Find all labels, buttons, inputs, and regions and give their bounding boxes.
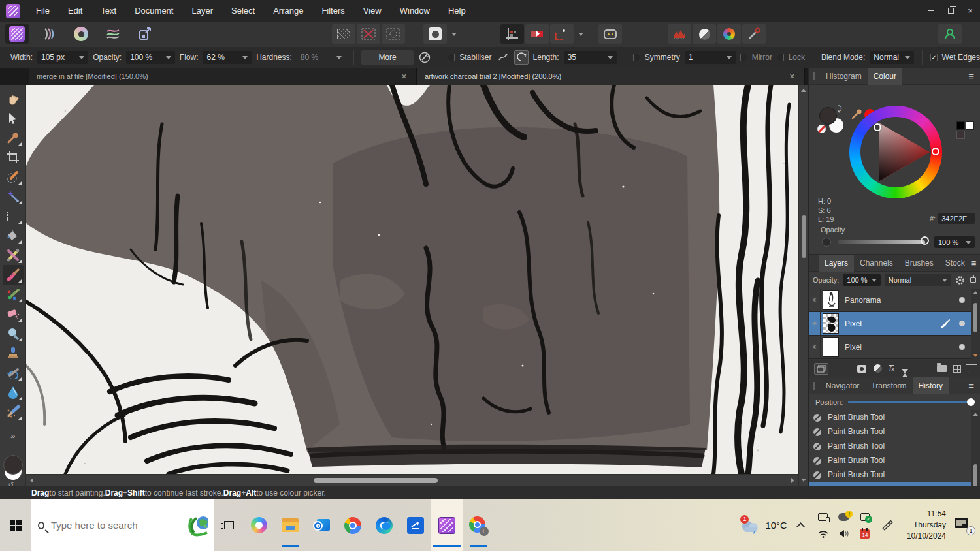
auto-contrast-button[interactable]: [693, 24, 716, 44]
more-button[interactable]: More: [361, 50, 413, 65]
account-button[interactable]: [938, 24, 962, 44]
insertion-target-button[interactable]: [525, 24, 549, 44]
invert-selection-button[interactable]: [382, 24, 405, 44]
undo-brush-tool[interactable]: [3, 363, 24, 383]
crop-tool[interactable]: [3, 148, 24, 167]
colour-opacity-knob[interactable]: [921, 236, 929, 245]
wet-edges-checkbox[interactable]: ✓: [930, 54, 938, 61]
hex-input[interactable]: 342E2E: [938, 213, 975, 224]
blur-brush-tool[interactable]: [3, 383, 24, 402]
black-swatch[interactable]: [956, 121, 965, 130]
deselect-button[interactable]: [357, 24, 380, 44]
horizontal-scrollbar[interactable]: [26, 474, 798, 486]
scroll-up-arrow-icon[interactable]: [801, 89, 806, 92]
layer-row-panorama[interactable]: ✳ Panorama: [809, 289, 972, 312]
menu-layer[interactable]: Layer: [182, 0, 222, 22]
quick-mask-button[interactable]: [423, 24, 447, 44]
adjustment-layer-button[interactable]: [874, 364, 882, 373]
menu-help[interactable]: Help: [439, 0, 475, 22]
move-tool[interactable]: [3, 108, 24, 128]
weather-icon[interactable]: 1: [739, 517, 761, 534]
taskbar-clock[interactable]: 11:54 Thursday 10/10/2024: [907, 509, 946, 542]
tone-mapping-persona-button[interactable]: [101, 24, 125, 44]
group-layers-button[interactable]: [937, 365, 947, 372]
menu-select[interactable]: Select: [222, 0, 264, 22]
history-position-slider[interactable]: [848, 401, 973, 403]
toolbox-colour-well[interactable]: ↺: [2, 455, 24, 481]
tab-transform[interactable]: Transform: [865, 377, 912, 394]
erase-brush-tool[interactable]: [3, 304, 24, 324]
menu-edit[interactable]: Edit: [59, 0, 91, 22]
foreground-colour-swatch[interactable]: [3, 455, 23, 475]
tab-histogram[interactable]: Histogram: [820, 68, 868, 85]
layer-thumbnail[interactable]: [823, 337, 839, 357]
tools-overflow-chevron[interactable]: »: [10, 431, 15, 441]
canvas[interactable]: [26, 85, 798, 474]
flood-select-tool[interactable]: [3, 187, 24, 206]
flood-fill-tool[interactable]: [3, 226, 24, 245]
flood-erase-tool[interactable]: [3, 324, 24, 343]
symmetry-count-dropdown[interactable]: 1: [685, 51, 736, 64]
history-position-knob[interactable]: [967, 398, 975, 406]
sharpen-brush-tool[interactable]: [3, 402, 24, 422]
colour-triangle[interactable]: [849, 106, 942, 198]
select-all-button[interactable]: [332, 24, 355, 44]
layer-visibility-dot[interactable]: [959, 297, 965, 303]
layer-row-pixel-selected[interactable]: ✳ Pixel: [809, 312, 972, 336]
taskbar-edge[interactable]: [368, 499, 400, 551]
hue-ring-selector[interactable]: [932, 148, 939, 155]
tray-expand-chevron[interactable]: [796, 522, 805, 531]
tab-layers[interactable]: Layers: [819, 255, 854, 272]
layers-scroll-up-icon[interactable]: [973, 291, 978, 294]
tab-stock[interactable]: Stock: [939, 255, 971, 272]
onedrive-status-icon[interactable]: !: [838, 513, 849, 521]
layers-blend-dropdown[interactable]: Normal: [885, 274, 952, 286]
start-button[interactable]: [0, 499, 31, 551]
snapping-dropdown[interactable]: [575, 24, 587, 44]
taskbar-chrome[interactable]: [337, 499, 368, 551]
marquee-select-tool[interactable]: [3, 206, 24, 226]
scroll-right-arrow-icon[interactable]: [791, 478, 794, 483]
layers-panel-menu-icon[interactable]: ≡: [971, 260, 977, 266]
paint-brush-tool[interactable]: [3, 265, 24, 285]
layer-lock-icon[interactable]: [970, 277, 976, 283]
document-tab-2-close-icon[interactable]: ✕: [787, 72, 798, 81]
menu-filters[interactable]: Filters: [312, 0, 353, 22]
triangle-selector[interactable]: [874, 123, 881, 131]
rope-stabiliser-button[interactable]: [497, 50, 510, 65]
tab-history[interactable]: History: [913, 377, 949, 394]
history-entry[interactable]: Paint Brush Tool: [809, 410, 972, 424]
layers-opacity-dropdown[interactable]: 100 %: [843, 274, 880, 286]
colour-panel-menu-icon[interactable]: ≡: [968, 73, 974, 80]
mask-layer-button[interactable]: [857, 365, 866, 373]
menu-window[interactable]: Window: [391, 0, 439, 22]
vertical-scrollbar[interactable]: [798, 85, 808, 486]
panel-grip[interactable]: [813, 72, 815, 80]
taskbar-outlook[interactable]: [306, 499, 337, 551]
auto-levels-button[interactable]: [668, 24, 691, 44]
live-filter-fx-button[interactable]: fx: [889, 365, 894, 373]
layer-settings-gear-icon[interactable]: [955, 276, 965, 285]
lock-checkbox[interactable]: [777, 54, 784, 61]
restore-button[interactable]: [941, 0, 960, 22]
layer-thumbnail[interactable]: [823, 290, 839, 310]
document-tab-1-close-icon[interactable]: ✕: [399, 72, 410, 81]
tab-navigator[interactable]: Navigator: [820, 377, 865, 394]
width-dropdown[interactable]: 105 px: [37, 51, 88, 64]
blend-mode-dropdown[interactable]: Normal: [870, 51, 914, 64]
wifi-icon[interactable]: [818, 530, 828, 538]
assistant-button[interactable]: [598, 24, 622, 44]
menu-arrange[interactable]: Arrange: [264, 0, 312, 22]
white-swatch[interactable]: [966, 121, 974, 130]
snapshot-button[interactable]: [902, 369, 908, 373]
panel-grip[interactable]: [813, 382, 815, 390]
phone-link-icon[interactable]: ✓: [860, 513, 870, 521]
photo-persona-button[interactable]: [5, 24, 29, 44]
layers-scroll-down-icon[interactable]: [973, 354, 978, 357]
calendar-tray-icon[interactable]: 14: [860, 529, 870, 539]
new-pixel-layer-button[interactable]: [953, 365, 961, 373]
tab-brushes[interactable]: Brushes: [899, 255, 939, 272]
quick-mask-dropdown[interactable]: [448, 24, 460, 44]
history-entry[interactable]: Paint Brush Tool: [809, 424, 972, 439]
gradient-tool[interactable]: [3, 245, 24, 265]
